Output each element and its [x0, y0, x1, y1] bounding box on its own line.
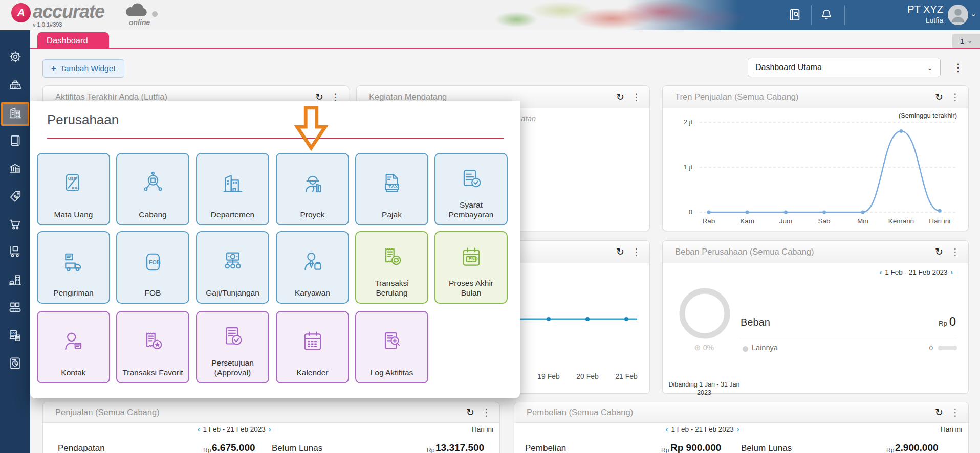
- tile-pajak[interactable]: TAXPajak: [355, 153, 428, 225]
- kalender-icon: [299, 316, 326, 368]
- row-label: Belum Lunas: [741, 443, 792, 453]
- tile-label: Proses Akhir Bulan: [439, 279, 504, 298]
- svg-text:19 Feb: 19 Feb: [537, 372, 560, 380]
- tile-karyawan[interactable]: Karyawan: [276, 231, 349, 304]
- svg-text:END: END: [468, 256, 477, 261]
- sidebar-item-ledger[interactable]: [0, 130, 30, 153]
- next-range-icon[interactable]: ›: [951, 268, 953, 276]
- gear-icon: [9, 50, 22, 65]
- svg-text:2 jt: 2 jt: [684, 118, 693, 126]
- svg-text:TAX: TAX: [11, 331, 16, 334]
- divider: [739, 339, 957, 339]
- kebab-menu-icon[interactable]: ⋮: [950, 247, 960, 257]
- help-book-icon[interactable]: [788, 8, 802, 24]
- fob-icon: FOB: [140, 236, 166, 288]
- prev-range-icon[interactable]: ‹: [198, 425, 200, 433]
- tile-kalender[interactable]: Kalender: [276, 311, 349, 383]
- refresh-icon[interactable]: ↻: [616, 92, 624, 102]
- widget-title: Beban Perusahaan (Semua Cabang): [675, 247, 928, 257]
- next-range-icon[interactable]: ›: [269, 425, 271, 433]
- avatar[interactable]: [948, 5, 968, 25]
- kebab-menu-icon[interactable]: ⋮: [631, 92, 641, 102]
- tile-log-aktifitas[interactable]: Log Aktifitas: [355, 311, 428, 383]
- refresh-icon[interactable]: ↻: [466, 407, 474, 417]
- date-range-nav: ‹1 Feb - 21 Feb 2023›: [663, 425, 742, 433]
- refresh-icon[interactable]: ↻: [616, 247, 624, 257]
- dashboard-menu-kebab-icon[interactable]: ⋮: [953, 61, 964, 74]
- brand-text: accurate: [33, 1, 104, 22]
- tile-persetujuan-approval[interactable]: Persetujuan (Approval): [196, 311, 269, 383]
- tile-gaji-tunjangan[interactable]: Gaji/Tunjangan: [196, 231, 269, 304]
- plus-icon: +: [51, 63, 56, 74]
- kebab-menu-icon[interactable]: ⋮: [482, 407, 491, 417]
- add-widget-button[interactable]: + Tambah Widget: [42, 59, 124, 78]
- tile-syarat-pembayaran[interactable]: Syarat Pembayaran: [434, 153, 508, 225]
- company-buildings-icon: [8, 106, 23, 122]
- conveyor-icon: [8, 301, 22, 316]
- tile-mata-uang[interactable]: USDIDRMata Uang: [37, 153, 110, 225]
- persetujuan-icon: [220, 316, 246, 358]
- sidebar-item-cashier[interactable]: [0, 75, 30, 97]
- sidebar-item-fixed-assets[interactable]: [0, 269, 30, 292]
- svg-text:Kam: Kam: [740, 217, 754, 225]
- beban-amount: Rp0: [939, 314, 956, 329]
- refresh-icon[interactable]: ↻: [935, 92, 943, 102]
- donut-chart: [675, 284, 736, 345]
- svg-text:FOB: FOB: [148, 259, 160, 265]
- sidebar-item-manufacture[interactable]: [0, 298, 30, 320]
- kebab-menu-icon[interactable]: ⋮: [950, 407, 960, 417]
- tab-underline: [30, 48, 980, 49]
- tab-counter[interactable]: 1 ⌄: [952, 34, 980, 48]
- sidebar-item-inventory[interactable]: [0, 242, 30, 264]
- next-range-icon[interactable]: ›: [737, 425, 739, 433]
- today-label: Hari ini: [941, 425, 962, 433]
- svg-text:IDR: IDR: [72, 186, 79, 190]
- tile-label: Log Aktifitas: [371, 368, 413, 377]
- prev-range-icon[interactable]: ‹: [666, 425, 668, 433]
- pengiriman-icon: [60, 236, 87, 288]
- sidebar-item-reports[interactable]: [0, 353, 30, 376]
- notifications-bell-icon[interactable]: [820, 8, 833, 24]
- tile-transaksi-berulang[interactable]: Transaksi Berulang: [355, 231, 428, 304]
- tile-departemen[interactable]: Departemen: [196, 153, 269, 225]
- sidebar-item-company[interactable]: [1, 102, 29, 126]
- tile-fob[interactable]: FOBFOB: [116, 231, 189, 304]
- svg-text:Rp: Rp: [13, 195, 18, 199]
- tile-pengiriman[interactable]: Pengiriman: [37, 231, 110, 304]
- legend-progress-bar: [938, 346, 957, 350]
- refresh-icon[interactable]: ↻: [935, 407, 943, 417]
- svg-text:Sab: Sab: [818, 217, 831, 225]
- tile-kontak[interactable]: Kontak: [37, 311, 110, 383]
- tile-transaksi-favorit[interactable]: Transaksi Favorit: [116, 311, 189, 383]
- version-text: v 1.0.1#393: [33, 21, 62, 28]
- tile-label: Pajak: [382, 210, 402, 219]
- kebab-menu-icon[interactable]: ⋮: [631, 247, 641, 257]
- sidebar-item-pricing[interactable]: Rp: [0, 186, 30, 209]
- user-menu-chevron-icon[interactable]: ⌄: [970, 9, 977, 18]
- sidebar-item-purchases[interactable]: [0, 214, 30, 236]
- tile-proses-akhir-bulan[interactable]: ENDProses Akhir Bulan: [434, 231, 508, 304]
- prev-range-icon[interactable]: ‹: [880, 268, 882, 276]
- tab-label: Dashboard: [47, 36, 88, 46]
- currency-prefix: Rp: [661, 447, 669, 453]
- tile-cabang[interactable]: Cabang: [116, 153, 189, 225]
- kebab-menu-icon[interactable]: ⋮: [950, 92, 960, 102]
- top-bar: A accurate online v 1.0.1#393 PT XYZ Lut…: [0, 0, 980, 30]
- svg-text:Rab: Rab: [703, 217, 715, 225]
- sidebar-item-banking[interactable]: [0, 158, 30, 180]
- perusahaan-dialog: Perusahaan USDIDRMata UangCabangDepartem…: [30, 101, 520, 398]
- tile-proyek[interactable]: Proyek: [276, 153, 349, 225]
- refresh-icon[interactable]: ↻: [935, 247, 943, 257]
- date-range-text: 1 Feb - 21 Feb 2023: [885, 268, 947, 276]
- sidebar-item-settings[interactable]: [0, 47, 30, 69]
- date-range-text: 1 Feb - 21 Feb 2023: [203, 425, 266, 433]
- bank-icon: [8, 162, 22, 177]
- tab-dashboard[interactable]: Dashboard: [37, 32, 109, 49]
- dashboard-select[interactable]: Dashboard Utama ⌄: [748, 58, 941, 77]
- widget-title: Penjualan (Semua Cabang): [55, 407, 459, 417]
- sidebar-nav: RpTAX: [0, 30, 30, 453]
- accurate-logo[interactable]: A: [11, 3, 31, 22]
- accurate-online-dashboard: A accurate online v 1.0.1#393 PT XYZ Lut…: [0, 0, 980, 453]
- currency-prefix: Rp: [886, 447, 894, 453]
- sidebar-item-tax[interactable]: TAX: [0, 325, 30, 348]
